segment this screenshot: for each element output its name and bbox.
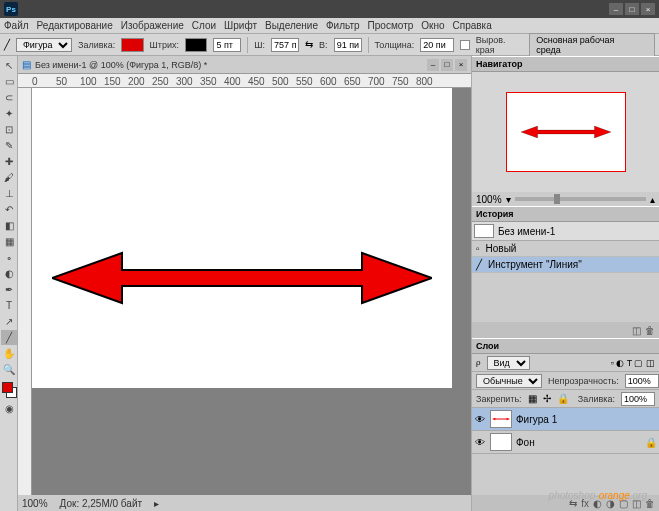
zoom-tool-icon[interactable]: 🔍	[1, 362, 17, 377]
layer-name[interactable]: Фигура 1	[516, 414, 557, 425]
marquee-tool-icon[interactable]: ▭	[1, 74, 17, 89]
svg-marker-1	[521, 126, 611, 138]
visibility-icon[interactable]: 👁	[474, 414, 486, 425]
fill-opacity-input[interactable]	[621, 392, 655, 406]
menu-help[interactable]: Справка	[453, 20, 492, 31]
lock-position-icon[interactable]: ✢	[543, 393, 551, 404]
quickmask-icon[interactable]: ◉	[1, 401, 17, 416]
workspace-select[interactable]: Основная рабочая среда	[529, 33, 655, 57]
path-tool-icon[interactable]: ↗	[1, 314, 17, 329]
doc-info: Док: 2,25M/0 байт	[60, 498, 143, 509]
doc-minimize-button[interactable]: –	[427, 59, 439, 71]
visibility-icon[interactable]: 👁	[474, 437, 486, 448]
lock-pixels-icon[interactable]: ▦	[528, 393, 537, 404]
line-tool-icon[interactable]: ╱	[1, 330, 17, 345]
arrow-shape[interactable]	[52, 248, 432, 308]
menu-layers[interactable]: Слои	[192, 20, 216, 31]
blur-tool-icon[interactable]: ∘	[1, 250, 17, 265]
menu-view[interactable]: Просмотр	[368, 20, 414, 31]
layer-thumb[interactable]	[490, 433, 512, 451]
navigator-panel-tab[interactable]: Навигатор	[472, 56, 659, 72]
lasso-tool-icon[interactable]: ⊂	[1, 90, 17, 105]
eyedropper-tool-icon[interactable]: ✎	[1, 138, 17, 153]
layer-kind-select[interactable]: Вид	[487, 356, 530, 370]
weight-label: Толщина:	[375, 40, 415, 50]
height-input[interactable]	[334, 38, 362, 52]
layers-panel-tab[interactable]: Слои	[472, 338, 659, 354]
menu-image[interactable]: Изображение	[121, 20, 184, 31]
align-edges-label: Выров. края	[476, 35, 523, 55]
ps-doc-icon: ▤	[22, 59, 31, 70]
zoom-out-icon[interactable]: ▾	[506, 194, 511, 205]
watermark: photoshop-orange.org	[549, 485, 647, 503]
history-item[interactable]: ▫ Новый	[472, 241, 659, 257]
align-edges-checkbox[interactable]	[460, 40, 469, 50]
title-bar: Ps – □ ×	[0, 0, 659, 18]
document-tab[interactable]: ▤ Без имени-1 @ 100% (Фигура 1, RGB/8) *…	[18, 56, 471, 74]
opacity-input[interactable]	[625, 374, 659, 388]
shape-mode-select[interactable]: Фигура	[16, 38, 72, 52]
zoom-in-icon[interactable]: ▴	[650, 194, 655, 205]
maximize-button[interactable]: □	[625, 3, 639, 15]
brush-tool-icon[interactable]: 🖌	[1, 170, 17, 185]
navigator-zoom-slider[interactable]	[515, 197, 646, 201]
status-bar: 100% Док: 2,25M/0 байт ▸	[18, 495, 471, 511]
move-tool-icon[interactable]: ↖	[1, 58, 17, 73]
navigator-thumbnail[interactable]	[506, 92, 626, 172]
svg-marker-2	[492, 418, 510, 420]
width-input[interactable]	[271, 38, 299, 52]
dodge-tool-icon[interactable]: ◐	[1, 266, 17, 281]
gradient-tool-icon[interactable]: ▦	[1, 234, 17, 249]
close-button[interactable]: ×	[641, 3, 655, 15]
lock-icon: 🔒	[645, 437, 657, 448]
healing-tool-icon[interactable]: ✚	[1, 154, 17, 169]
menu-type[interactable]: Шрифт	[224, 20, 257, 31]
line-tool-icon: ╱	[4, 39, 10, 50]
stroke-swatch[interactable]	[185, 38, 207, 52]
new-snapshot-icon[interactable]: ◫	[632, 325, 641, 336]
menu-select[interactable]: Выделение	[265, 20, 318, 31]
eraser-tool-icon[interactable]: ◧	[1, 218, 17, 233]
wand-tool-icon[interactable]: ✦	[1, 106, 17, 121]
menu-file[interactable]: Файл	[4, 20, 29, 31]
lock-all-icon[interactable]: 🔒	[557, 393, 569, 404]
blend-mode-select[interactable]: Обычные	[476, 374, 542, 388]
toolbox: ↖ ▭ ⊂ ✦ ⊡ ✎ ✚ 🖌 ⊥ ↶ ◧ ▦ ∘ ◐ ✒ T ↗ ╱ ✋ 🔍 …	[0, 56, 18, 511]
type-tool-icon[interactable]: T	[1, 298, 17, 313]
canvas[interactable]	[32, 88, 452, 388]
layer-row[interactable]: 👁 Фон 🔒	[472, 431, 659, 454]
layers-list: 👁 Фигура 1 👁 Фон 🔒	[472, 408, 659, 495]
width-label: Ш:	[254, 40, 265, 50]
zoom-level[interactable]: 100%	[22, 498, 48, 509]
pen-tool-icon[interactable]: ✒	[1, 282, 17, 297]
history-brush-tool-icon[interactable]: ↶	[1, 202, 17, 217]
options-bar: ╱ Фигура Заливка: Штрих: Ш: ⇆ В: Толщина…	[0, 34, 659, 56]
layer-row[interactable]: 👁 Фигура 1	[472, 408, 659, 431]
trash-icon[interactable]: 🗑	[645, 325, 655, 336]
navigator-zoom-value[interactable]: 100%	[476, 194, 502, 205]
history-snapshot-label[interactable]: Без имени-1	[498, 226, 555, 237]
stroke-width-input[interactable]	[213, 38, 241, 52]
history-snapshot-thumb[interactable]	[474, 224, 494, 238]
crop-tool-icon[interactable]: ⊡	[1, 122, 17, 137]
menu-edit[interactable]: Редактирование	[37, 20, 113, 31]
weight-input[interactable]	[420, 38, 454, 52]
info-arrow-icon[interactable]: ▸	[154, 498, 159, 509]
doc-maximize-button[interactable]: □	[441, 59, 453, 71]
link-icon[interactable]: ⇆	[305, 39, 313, 50]
svg-marker-0	[52, 253, 432, 303]
foreground-color[interactable]	[2, 382, 13, 393]
layer-name[interactable]: Фон	[516, 437, 535, 448]
app-logo-icon: Ps	[4, 2, 18, 16]
hand-tool-icon[interactable]: ✋	[1, 346, 17, 361]
menu-window[interactable]: Окно	[421, 20, 444, 31]
vertical-ruler	[18, 88, 32, 495]
fill-swatch[interactable]	[121, 38, 143, 52]
stamp-tool-icon[interactable]: ⊥	[1, 186, 17, 201]
history-item[interactable]: ╱ Инструмент "Линия"	[472, 257, 659, 273]
menu-filter[interactable]: Фильтр	[326, 20, 360, 31]
history-panel-tab[interactable]: История	[472, 206, 659, 222]
doc-close-button[interactable]: ×	[455, 59, 467, 71]
minimize-button[interactable]: –	[609, 3, 623, 15]
layer-thumb[interactable]	[490, 410, 512, 428]
